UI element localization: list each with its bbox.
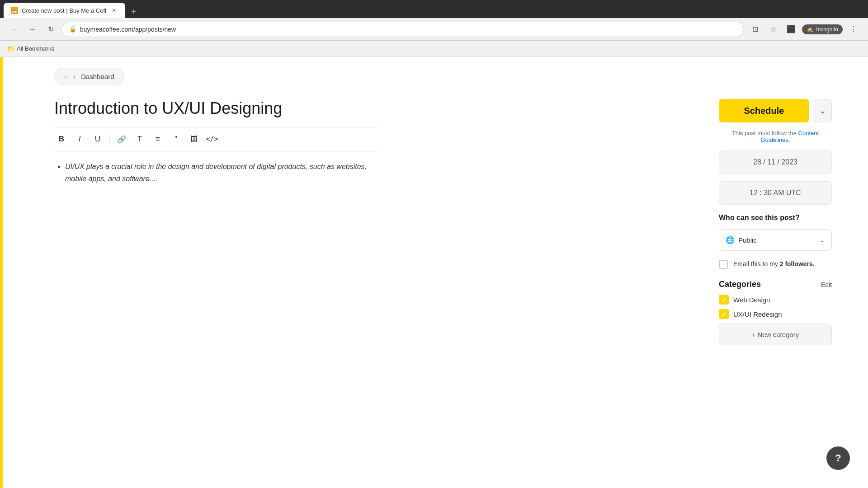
italic-button[interactable]: I bbox=[72, 132, 87, 146]
back-arrow-icon: ← bbox=[64, 73, 71, 80]
visibility-dropdown[interactable]: 🌐 Public ⌄ bbox=[719, 229, 832, 251]
help-icon: ? bbox=[835, 452, 841, 464]
incognito-hat-icon: 🕵️ bbox=[807, 26, 813, 33]
active-tab[interactable]: ☕ Create new post | Buy Me a Coff ✕ bbox=[4, 3, 125, 18]
bookmarks-bar: 📁 All Bookmarks bbox=[0, 41, 868, 57]
lock-icon: 🔒 bbox=[69, 26, 76, 33]
quote-button[interactable]: " bbox=[169, 132, 183, 146]
bookmark-star-icon[interactable]: ☆ bbox=[766, 22, 780, 37]
top-nav-area: ← ← Dashboard bbox=[0, 57, 868, 99]
code-button[interactable]: </> bbox=[205, 132, 219, 146]
extensions-icon[interactable]: ⬛ bbox=[784, 22, 798, 37]
new-category-label: + New category bbox=[752, 331, 799, 338]
underline-button[interactable]: U bbox=[90, 132, 105, 146]
bookmarks-folder-icon: 📁 bbox=[7, 45, 15, 52]
page-wrapper: ← ← Dashboard B I U 🔗 T ≡ " 🖼 bbox=[0, 57, 868, 345]
schedule-dropdown-button[interactable]: ⌄ bbox=[813, 99, 832, 122]
incognito-label: Incognito bbox=[816, 26, 838, 33]
guidelines-text: This post must follow the Content Guidel… bbox=[719, 130, 832, 143]
tab-favicon: ☕ bbox=[11, 7, 18, 14]
link-button[interactable]: 🔗 bbox=[114, 132, 129, 146]
edit-label: Edit bbox=[821, 281, 832, 288]
toolbar-separator-1 bbox=[109, 135, 110, 144]
visibility-label: Who can see this post? bbox=[719, 214, 832, 222]
schedule-label: Schedule bbox=[744, 106, 784, 116]
email-checkbox[interactable] bbox=[719, 260, 728, 269]
refresh-button[interactable]: ↻ bbox=[43, 22, 58, 37]
strikethrough-button[interactable]: T bbox=[132, 132, 147, 146]
new-category-button[interactable]: + New category bbox=[719, 324, 832, 345]
list-button[interactable]: ≡ bbox=[151, 132, 165, 146]
date-field[interactable]: 28 / 11 / 2023 bbox=[719, 150, 832, 174]
image-button[interactable]: 🖼 bbox=[187, 132, 201, 146]
post-title-input[interactable] bbox=[54, 99, 380, 118]
browser-chrome: ☕ Create new post | Buy Me a Coff ✕ + ← … bbox=[0, 0, 868, 57]
tab-title: Create new post | Buy Me a Coff bbox=[22, 7, 106, 14]
dashboard-label: ← Dashboard bbox=[72, 73, 114, 80]
guidelines-prefix: This post must follow the bbox=[732, 130, 797, 136]
toolbar-right: ⊡ ☆ ⬛ 🕵️ Incognito ⋮ bbox=[748, 22, 861, 37]
category-item-web-design: ✓ Web Design bbox=[719, 295, 832, 305]
email-label: Email this to my 2 followers. bbox=[733, 260, 815, 269]
editor-toolbar: B I U 🔗 T ≡ " 🖼 </> bbox=[54, 127, 380, 151]
globe-icon: 🌐 bbox=[726, 236, 735, 244]
web-design-label: Web Design bbox=[733, 296, 770, 304]
address-bar[interactable]: 🔒 buymeacoffee.com/app/posts/new bbox=[61, 22, 744, 37]
bold-button[interactable]: B bbox=[54, 132, 69, 146]
browser-toolbar: ← → ↻ 🔒 buymeacoffee.com/app/posts/new ⊡… bbox=[0, 18, 868, 41]
time-field[interactable]: 12 : 30 AM UTC bbox=[719, 181, 832, 205]
content-row: B I U 🔗 T ≡ " 🖼 </> UI/UX plays a crucia… bbox=[0, 99, 868, 345]
editor-content[interactable]: UI/UX plays a crucial role in the design… bbox=[54, 160, 380, 296]
left-accent-bar bbox=[0, 57, 3, 488]
categories-section: Categories Edit ✓ Web Design ✓ UX/UI Red… bbox=[719, 280, 832, 345]
date-value: 28 / 11 / 2023 bbox=[753, 158, 797, 166]
guidelines-end: . bbox=[788, 136, 790, 143]
uxui-label: UX/UI Redesign bbox=[733, 310, 782, 318]
email-label-prefix: Email this to my bbox=[733, 260, 780, 267]
forward-button[interactable]: → bbox=[25, 22, 40, 37]
dashboard-button[interactable]: ← ← Dashboard bbox=[54, 68, 124, 85]
uxui-checkbox[interactable]: ✓ bbox=[719, 309, 729, 319]
incognito-badge: 🕵️ Incognito bbox=[802, 24, 843, 34]
editor-area: B I U 🔗 T ≡ " 🖼 </> UI/UX plays a crucia… bbox=[54, 99, 380, 345]
schedule-button[interactable]: Schedule bbox=[719, 99, 809, 122]
category-item-uxui: ✓ UX/UI Redesign bbox=[719, 309, 832, 319]
tab-bar: ☕ Create new post | Buy Me a Coff ✕ + bbox=[0, 0, 868, 18]
page-content: ← ← Dashboard B I U 🔗 T ≡ " 🖼 bbox=[0, 57, 868, 488]
categories-edit-button[interactable]: Edit bbox=[821, 281, 832, 288]
time-value: 12 : 30 AM UTC bbox=[750, 189, 801, 197]
categories-header: Categories Edit bbox=[719, 280, 832, 289]
more-options-icon[interactable]: ⋮ bbox=[846, 22, 861, 37]
email-row: Email this to my 2 followers. bbox=[719, 260, 832, 269]
tab-close-button[interactable]: ✕ bbox=[110, 6, 118, 14]
visibility-chevron-icon: ⌄ bbox=[820, 236, 825, 244]
web-design-checkbox[interactable]: ✓ bbox=[719, 295, 729, 305]
email-followers: 2 followers. bbox=[780, 260, 815, 267]
visibility-value: Public bbox=[738, 236, 816, 244]
back-button[interactable]: ← bbox=[7, 22, 22, 37]
schedule-row: Schedule ⌄ bbox=[719, 99, 832, 122]
help-button[interactable]: ? bbox=[826, 446, 850, 470]
url-text: buymeacoffee.com/app/posts/new bbox=[80, 26, 176, 33]
bookmarks-label[interactable]: All Bookmarks bbox=[17, 45, 54, 52]
chevron-down-icon: ⌄ bbox=[819, 106, 826, 116]
bullet-text: UI/UX plays a crucial role in the design… bbox=[65, 163, 367, 183]
new-tab-button[interactable]: + bbox=[127, 5, 140, 18]
screen-cast-icon[interactable]: ⊡ bbox=[748, 22, 762, 37]
content-bullet-item: UI/UX plays a crucial role in the design… bbox=[65, 160, 380, 185]
categories-title: Categories bbox=[719, 280, 761, 289]
sidebar: Schedule ⌄ This post must follow the Con… bbox=[719, 99, 832, 345]
